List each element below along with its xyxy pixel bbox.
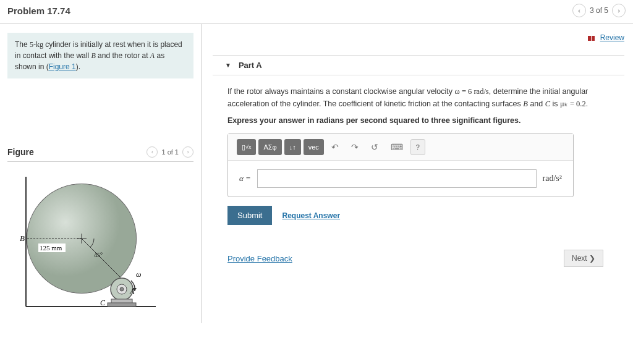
subscript-button[interactable]: ↓↑: [284, 139, 301, 155]
answer-box: ▯√x ΑΣφ ↓↑ vec ↶ ↷ ↺ ⌨ ? α = rad/s²: [227, 133, 574, 197]
request-answer-link[interactable]: Request Answer: [282, 211, 340, 220]
alpha-label: α =: [239, 174, 251, 184]
instruction-text: Express your answer in radians per secon…: [227, 116, 610, 125]
pager-text: 3 of 5: [590, 6, 608, 15]
undo-button[interactable]: ↶: [326, 139, 344, 155]
problem-pager: ‹ 3 of 5 ›: [572, 4, 626, 17]
omega-label: ω: [136, 270, 141, 279]
flag-icon: [588, 33, 595, 43]
template-button[interactable]: ▯√x: [237, 139, 256, 155]
figure-heading: Figure: [7, 147, 34, 157]
fig-prev-button[interactable]: ‹: [147, 146, 158, 158]
point-a-label: A: [129, 287, 135, 296]
point-c-label: C: [100, 298, 106, 307]
prev-problem-button[interactable]: ‹: [572, 4, 586, 17]
keyboard-button[interactable]: ⌨: [386, 139, 408, 155]
equation-toolbar: ▯√x ΑΣφ ↓↑ vec ↶ ↷ ↺ ⌨ ?: [228, 134, 573, 161]
angle-label: 45°: [94, 252, 103, 258]
greek-button[interactable]: ΑΣφ: [258, 139, 281, 155]
problem-title: Problem 17.74: [7, 6, 70, 16]
fig-next-button[interactable]: ›: [182, 146, 193, 158]
problem-description: The 5-kg cylinder is initially at rest w…: [7, 33, 193, 78]
answer-input[interactable]: [257, 169, 537, 188]
unit-label: rad/s²: [543, 174, 562, 184]
next-problem-button[interactable]: ›: [612, 4, 626, 17]
svg-rect-15: [108, 303, 136, 307]
next-button[interactable]: Next ❯: [564, 250, 603, 267]
provide-feedback-link[interactable]: Provide Feedback: [227, 254, 292, 263]
figure-link[interactable]: Figure 1: [49, 62, 76, 71]
redo-button[interactable]: ↷: [346, 139, 363, 155]
fig-pager-text: 1 of 1: [161, 148, 179, 156]
submit-button[interactable]: Submit: [227, 206, 272, 225]
point-b-label: B: [20, 234, 25, 243]
svg-point-12: [120, 287, 124, 291]
vec-button[interactable]: vec: [304, 139, 324, 155]
figure-diagram: 125 mm 45° B ω A C: [7, 162, 193, 315]
review-link[interactable]: Review: [600, 33, 624, 42]
collapse-icon: ▼: [225, 62, 231, 69]
question-text: If the rotor always maintains a constant…: [227, 85, 610, 110]
reset-button[interactable]: ↺: [366, 139, 383, 155]
part-a-header[interactable]: ▼ Part A: [213, 55, 624, 75]
radius-label: 125 mm: [40, 244, 62, 252]
help-button[interactable]: ?: [410, 139, 425, 155]
